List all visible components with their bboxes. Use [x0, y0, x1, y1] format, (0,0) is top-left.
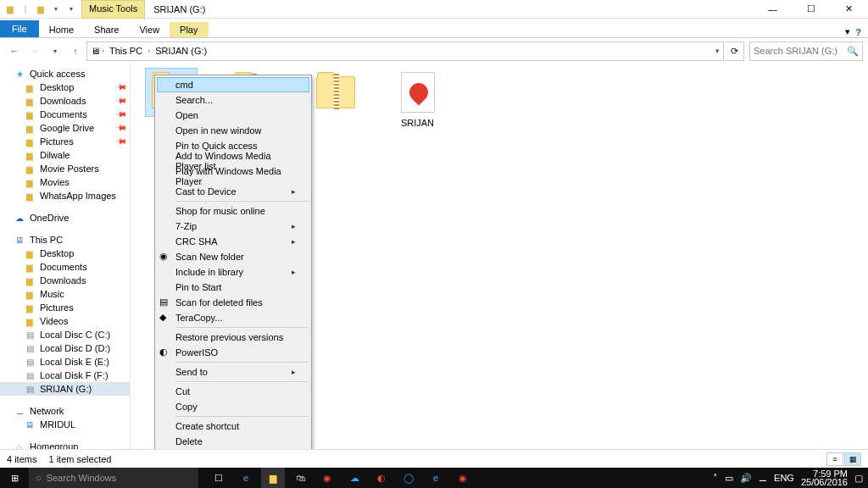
music-tools-tab[interactable]: Music Tools: [81, 0, 145, 19]
view-details-button[interactable]: ≡: [826, 452, 843, 466]
sidebar-item[interactable]: ▆Downloads: [0, 274, 130, 287]
view-icons-button[interactable]: ▦: [844, 452, 861, 466]
sidebar-item[interactable]: ▆Google Drive📌: [0, 121, 130, 135]
search-icon: ○: [36, 473, 42, 483]
sidebar-disk[interactable]: ▤Local Disc D (D:): [0, 341, 130, 355]
help-icon[interactable]: ?: [855, 27, 861, 37]
tray-chevron-icon[interactable]: ˄: [713, 473, 718, 484]
action-center-icon[interactable]: ▢: [854, 473, 863, 484]
breadcrumb-dropdown-icon[interactable]: ▾: [715, 47, 720, 55]
ctx-item[interactable]: 7-Zip▸: [157, 219, 309, 234]
ctx-item[interactable]: Shop for music online: [157, 203, 309, 219]
crumb-srijan[interactable]: SRIJAN (G:): [152, 46, 210, 56]
ctx-item[interactable]: CRC SHA▸: [157, 234, 309, 249]
ctx-item[interactable]: Copy: [157, 399, 309, 414]
ctx-item[interactable]: cmd: [157, 77, 309, 92]
sidebar-item[interactable]: ▆Documents: [0, 260, 130, 274]
tab-share[interactable]: Share: [84, 22, 129, 37]
tab-home[interactable]: Home: [39, 22, 84, 37]
taskbar-cortana-icon[interactable]: ◯: [397, 468, 420, 488]
ctx-item[interactable]: Open in new window: [157, 123, 309, 138]
taskbar-cloud-icon[interactable]: ☁: [342, 468, 366, 488]
ctx-item[interactable]: Open: [157, 108, 309, 123]
start-button[interactable]: ⊞: [0, 468, 29, 488]
taskbar-search[interactable]: ○ Search Windows: [29, 468, 198, 488]
taskbar-chrome-icon[interactable]: ◉: [315, 468, 339, 488]
ctx-item[interactable]: ◉Scan New folder: [157, 249, 309, 264]
folder-small-icon: ▆: [3, 3, 17, 16]
sidebar-disk[interactable]: ▤SRIJAN (G:): [0, 382, 130, 396]
taskbar-edge-icon[interactable]: e: [234, 468, 258, 488]
ctx-item[interactable]: Cut: [157, 384, 309, 399]
close-button[interactable]: ✕: [830, 0, 868, 19]
forward-button[interactable]: →: [25, 42, 44, 60]
tray-battery-icon[interactable]: ▭: [725, 473, 733, 484]
recent-dropdown[interactable]: ▾: [46, 42, 64, 60]
qat-dropdown-icon[interactable]: ▾: [49, 3, 63, 16]
ctx-item[interactable]: ▤Scan for deleted files: [157, 295, 309, 310]
pc-icon: 🖥: [91, 46, 100, 56]
ribbon-expand-icon[interactable]: ▾: [845, 26, 850, 37]
sidebar-item[interactable]: ▆Desktop📌: [0, 80, 130, 94]
qat-sep: |: [19, 3, 32, 16]
sidebar-disk[interactable]: ▤Local Disk F (F:): [0, 369, 130, 382]
sidebar-item[interactable]: ▆Videos: [0, 314, 130, 328]
sidebar-disk[interactable]: ▤Local Disk E (E:): [0, 355, 130, 369]
task-view-button[interactable]: ☐: [207, 468, 231, 488]
taskbar-ie-icon[interactable]: e: [424, 468, 448, 488]
ctx-item[interactable]: Search...: [157, 92, 309, 108]
taskbar-chrome2-icon[interactable]: ◉: [451, 468, 475, 488]
file-tab[interactable]: File: [0, 20, 39, 37]
tray-volume-icon[interactable]: 🔊: [740, 473, 752, 484]
sidebar-item[interactable]: ▆WhatsApp Images: [0, 189, 130, 202]
back-button[interactable]: ←: [5, 42, 24, 60]
sidebar-item[interactable]: ▆Movies: [0, 175, 130, 189]
sidebar-item[interactable]: ▆Movie Posters: [0, 162, 130, 175]
network[interactable]: ⚊Network: [0, 404, 130, 418]
crumb-thispc[interactable]: This PC: [106, 46, 146, 56]
ctx-item[interactable]: Pin to Start: [157, 280, 309, 295]
item-count: 4 items: [7, 454, 36, 464]
quick-access[interactable]: ★Quick access: [0, 67, 130, 80]
tab-play[interactable]: Play: [170, 22, 208, 37]
ctx-item[interactable]: Include in library▸: [157, 264, 309, 280]
tray-clock[interactable]: 7:59 PM 25/06/2016: [801, 469, 848, 486]
sidebar-item[interactable]: ▆Desktop: [0, 247, 130, 260]
ctx-item[interactable]: Play with Windows Media Player: [157, 169, 309, 184]
taskbar-app-icon[interactable]: ◐: [370, 468, 393, 488]
folder-item[interactable]: [303, 69, 367, 128]
ctx-item[interactable]: Create shortcut: [157, 419, 309, 434]
ctx-item[interactable]: ◐PowerISO: [157, 345, 309, 360]
sidebar-item[interactable]: ▆Downloads📌: [0, 94, 130, 108]
maximize-button[interactable]: ☐: [792, 0, 830, 19]
breadcrumb[interactable]: 🖥 › This PC › SRIJAN (G:) ▾: [86, 42, 724, 61]
sidebar-item[interactable]: ▆Music: [0, 287, 130, 301]
sidebar-item[interactable]: ▆Pictures📌: [0, 135, 130, 148]
sidebar-item[interactable]: ▆Pictures: [0, 301, 130, 314]
ctx-item[interactable]: ◆TeraCopy...: [157, 310, 309, 325]
refresh-button[interactable]: ⟳: [726, 42, 744, 61]
ctx-item[interactable]: Delete: [157, 434, 309, 449]
network-mridul[interactable]: 🖥MRIDUL: [0, 418, 130, 431]
ctx-item[interactable]: Send to▸: [157, 364, 309, 380]
sidebar-item[interactable]: ▆Dilwale: [0, 148, 130, 162]
taskbar-store-icon[interactable]: 🛍: [288, 468, 312, 488]
sidebar-item[interactable]: ▆Documents📌: [0, 108, 130, 121]
taskbar-explorer-icon[interactable]: ▆: [261, 468, 285, 488]
search-icon: 🔍: [847, 46, 859, 57]
sidebar-disk[interactable]: ▤Local Disc C (C:): [0, 328, 130, 341]
folder-item[interactable]: SRIJAN: [386, 69, 449, 128]
up-button[interactable]: ↑: [66, 42, 85, 60]
ctx-item[interactable]: Cast to Device▸: [157, 184, 309, 199]
onedrive[interactable]: ☁OneDrive: [0, 211, 130, 225]
search-input[interactable]: Search SRIJAN (G:) 🔍: [749, 42, 863, 61]
tray-lang[interactable]: ENG: [774, 473, 794, 483]
qat-icon[interactable]: ▆: [34, 3, 47, 16]
tab-view[interactable]: View: [129, 22, 170, 37]
ctx-item[interactable]: Restore previous versions: [157, 330, 309, 345]
qat-overflow-icon[interactable]: ▾: [64, 3, 78, 16]
this-pc[interactable]: 🖥This PC: [0, 233, 130, 247]
minimize-button[interactable]: —: [754, 0, 792, 19]
tray-network-icon[interactable]: ⚊: [759, 473, 767, 484]
selection-count: 1 item selected: [48, 454, 111, 464]
